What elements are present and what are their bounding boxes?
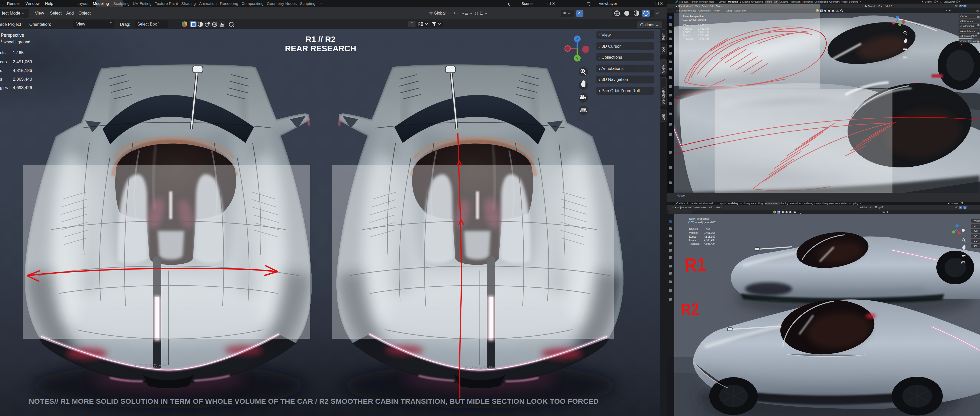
svg-text:Z: Z	[576, 37, 578, 41]
svg-text:Y: Y	[576, 56, 579, 60]
svg-text:BlenderKit: BlenderKit	[661, 88, 665, 105]
svg-text:Edit: Edit	[661, 114, 665, 121]
svg-text:Item: Item	[661, 33, 665, 40]
svg-text:Tool: Tool	[661, 47, 665, 54]
svg-text:View: View	[661, 65, 665, 73]
